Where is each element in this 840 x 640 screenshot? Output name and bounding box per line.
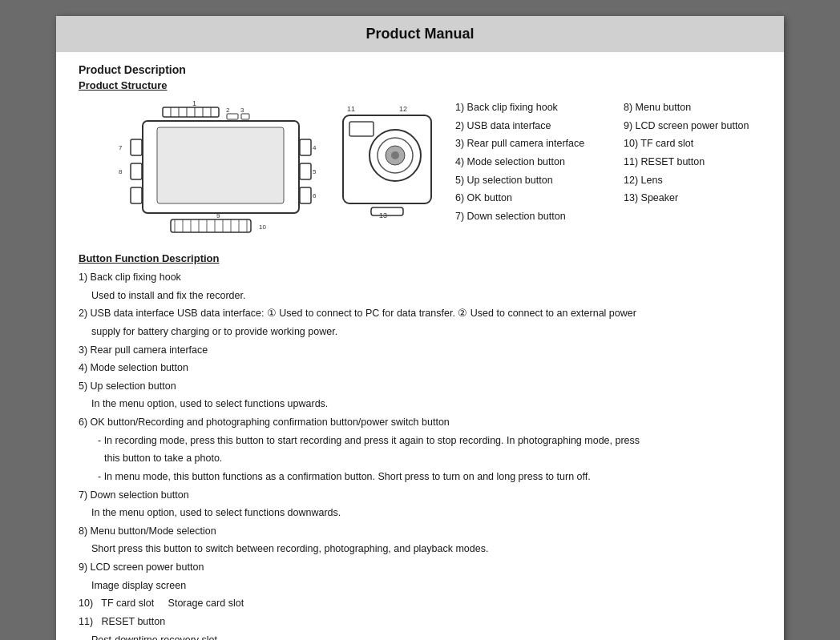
- btn-3: 3) Rear pull camera interface: [79, 342, 761, 359]
- product-structure-heading: Product Structure: [79, 79, 761, 91]
- svg-rect-18: [300, 163, 311, 179]
- svg-point-45: [391, 151, 399, 159]
- svg-rect-10: [241, 114, 249, 119]
- part-7: 7) Down selection button: [455, 208, 600, 225]
- parts-col-1: 1) Back clip fixing hook 2) USB data int…: [455, 99, 600, 226]
- part-6: 6) OK button: [455, 190, 600, 207]
- svg-rect-17: [300, 139, 311, 155]
- btn-8: 8) Menu button/Mode selection: [79, 523, 761, 540]
- btn-7-detail: In the menu option, used to select funct…: [79, 505, 761, 521]
- svg-text:3: 3: [240, 107, 244, 114]
- front-view-svg: 1 2 3: [79, 99, 319, 239]
- btn-10: 10) TF card slot Storage card slot: [79, 595, 761, 612]
- title-bar: Product Manual: [56, 16, 784, 52]
- content-area: Product Description Product Structure 1: [56, 63, 784, 640]
- part-11: 11) RESET button: [624, 154, 768, 171]
- btn-6: 6) OK button/Recording and photographing…: [79, 414, 761, 431]
- btn-2: 2) USB data interface USB data interface…: [79, 305, 761, 322]
- btn-9-detail: Image display screen: [79, 578, 761, 594]
- svg-text:11: 11: [347, 105, 355, 113]
- svg-text:12: 12: [399, 105, 407, 113]
- part-3: 3) Rear pull camera interface: [455, 135, 600, 152]
- svg-rect-8: [227, 114, 238, 119]
- page: Product Manual Product Description Produ…: [56, 16, 784, 640]
- svg-rect-19: [300, 187, 311, 203]
- part-1: 1) Back clip fixing hook: [455, 99, 600, 116]
- btn-5-detail: In the menu option, used to select funct…: [79, 396, 761, 413]
- btn-6-detail2: - In menu mode, this button functions as…: [79, 469, 761, 485]
- part-13: 13) Speaker: [624, 190, 768, 207]
- diagram-area: 1 2 3: [79, 99, 761, 239]
- svg-rect-14: [131, 139, 142, 155]
- svg-text:5: 5: [313, 168, 317, 175]
- btn-8-detail: Short press this button to switch betwee…: [79, 541, 761, 557]
- parts-list: 1) Back clip fixing hook 2) USB data int…: [455, 99, 768, 226]
- svg-rect-15: [131, 163, 142, 179]
- btn-11: 11) RESET button: [79, 614, 761, 630]
- svg-text:8: 8: [119, 168, 123, 175]
- lens-view-svg: 11 12 13: [335, 99, 439, 239]
- btn-6-detail1b: this button to take a photo.: [79, 450, 761, 467]
- part-12: 12) Lens: [624, 172, 768, 189]
- part-4: 4) Mode selection button: [455, 154, 600, 171]
- part-5: 5) Up selection button: [455, 172, 600, 189]
- btn-2-detail: supply for battery charging or to provid…: [79, 324, 761, 340]
- part-8: 8) Menu button: [624, 99, 768, 116]
- btn-5: 5) Up selection button: [79, 378, 761, 395]
- btn-6-detail1: - In recording mode, press this button t…: [79, 433, 761, 449]
- btn-4: 4) Mode selection button: [79, 360, 761, 376]
- btn-7: 7) Down selection button: [79, 487, 761, 504]
- svg-rect-16: [131, 187, 142, 203]
- part-10: 10) TF card slot: [624, 135, 768, 152]
- svg-rect-13: [157, 127, 284, 203]
- btn-11-detail: Post-downtime recovery slot: [79, 632, 761, 641]
- svg-text:10: 10: [259, 223, 266, 231]
- product-description-heading: Product Description: [79, 63, 761, 76]
- btn-1: 1) Back clip fixing hook: [79, 269, 761, 286]
- svg-text:1: 1: [192, 99, 196, 107]
- parts-col-2: 8) Menu button 9) LCD screen power butto…: [624, 99, 768, 226]
- device-diagram-left: 1 2 3: [79, 99, 319, 239]
- device-diagram-right: 11 12 13: [335, 99, 439, 239]
- btn-9: 9) LCD screen power button: [79, 559, 761, 576]
- button-function-heading: Button Function Description: [79, 252, 761, 264]
- part-9: 9) LCD screen power button: [624, 118, 768, 135]
- part-2: 2) USB data interface: [455, 118, 600, 135]
- svg-text:4: 4: [313, 144, 317, 151]
- svg-text:6: 6: [313, 192, 317, 199]
- svg-text:2: 2: [226, 107, 230, 114]
- svg-rect-41: [349, 122, 374, 136]
- svg-text:9: 9: [216, 212, 220, 219]
- btn-1-detail: Used to install and fix the recorder.: [79, 288, 761, 304]
- page-title: Product Manual: [56, 26, 784, 42]
- svg-text:7: 7: [119, 144, 123, 151]
